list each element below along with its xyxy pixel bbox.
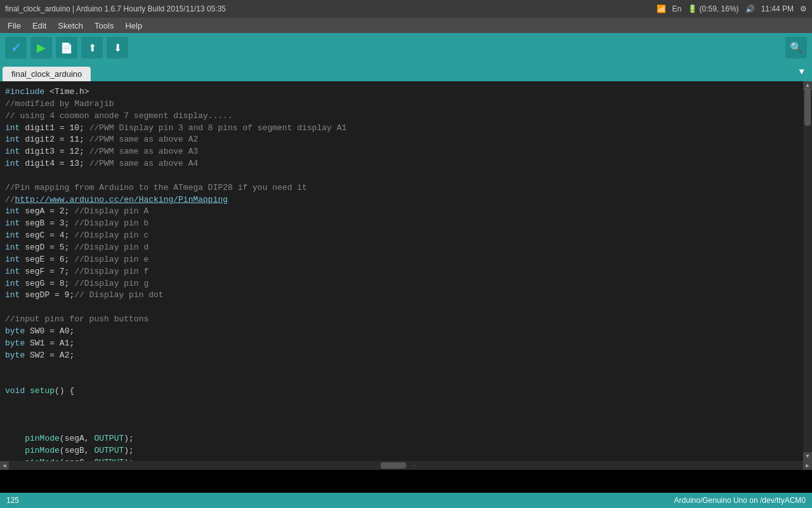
new-doc-icon: 📄	[60, 42, 73, 54]
open-button[interactable]: ⬆	[81, 37, 103, 58]
menu-help[interactable]: Help	[120, 20, 147, 32]
tab-final-clock[interactable]: final_clock_arduino	[3, 67, 91, 81]
menu-edit[interactable]: Edit	[27, 20, 51, 32]
code-container: #include <Time.h> //modified by Madrajib…	[0, 81, 812, 461]
titlebar-right: 📶 En 🔋 (0:59, 16%) 🔊 11:44 PM ⚙	[657, 4, 807, 13]
open-icon: ⬆	[88, 42, 96, 54]
vertical-scrollbar[interactable]: ▲ ▼	[803, 81, 812, 461]
tab-label: final_clock_arduino	[11, 69, 82, 79]
scrollbar-thumb[interactable]	[804, 88, 811, 126]
hscroll-left-arrow[interactable]: ◀	[0, 461, 9, 470]
code-content: #include <Time.h> //modified by Madrajib…	[0, 84, 803, 461]
hscroll-right-arrow[interactable]: ▶	[803, 461, 812, 470]
clock: 11:44 PM	[761, 4, 794, 13]
scroll-down-arrow[interactable]: ▼	[803, 452, 812, 461]
toolbar: ✓ ▶ 📄 ⬆ ⬇ 🔍	[0, 33, 812, 62]
statusbar: 125 Arduino/Genuino Uno on /dev/ttyACM0	[0, 493, 812, 508]
volume-icon: 🔊	[745, 4, 755, 13]
search-icon: 🔍	[790, 41, 802, 54]
settings-icon[interactable]: ⚙	[800, 4, 807, 13]
board-info: Arduino/Genuino Uno on /dev/ttyACM0	[674, 496, 806, 505]
upload-button[interactable]: ▶	[30, 37, 52, 58]
search-toolbar-button[interactable]: 🔍	[785, 37, 807, 58]
menu-file[interactable]: File	[3, 20, 26, 32]
new-button[interactable]: 📄	[56, 37, 77, 58]
hscroll-center-indicator: — — —	[396, 462, 416, 469]
line-number: 125	[6, 496, 19, 505]
menu-sketch[interactable]: Sketch	[53, 20, 88, 32]
wifi-icon: 📶	[657, 4, 666, 13]
menubar: File Edit Sketch Tools Help	[0, 18, 812, 33]
window-title: final_clock_arduino | Arduino 1.6.7 Hour…	[5, 4, 226, 13]
code-editor[interactable]: #include <Time.h> //modified by Madrajib…	[0, 81, 803, 461]
menu-tools[interactable]: Tools	[89, 20, 119, 32]
horizontal-scrollbar[interactable]: ◀ — — — ▶	[0, 461, 812, 470]
check-icon: ✓	[11, 40, 22, 55]
save-icon: ⬇	[114, 42, 122, 54]
upload-arrow-icon: ▶	[37, 41, 46, 55]
battery-status: 🔋 (0:59, 16%)	[688, 4, 738, 13]
titlebar: final_clock_arduino | Arduino 1.6.7 Hour…	[0, 0, 812, 18]
lang-indicator: En	[672, 4, 682, 13]
tab-dropdown[interactable]: ▼	[797, 64, 807, 79]
save-button[interactable]: ⬇	[107, 37, 128, 58]
tabbar: final_clock_arduino ▼	[0, 62, 812, 81]
verify-button[interactable]: ✓	[5, 37, 27, 58]
